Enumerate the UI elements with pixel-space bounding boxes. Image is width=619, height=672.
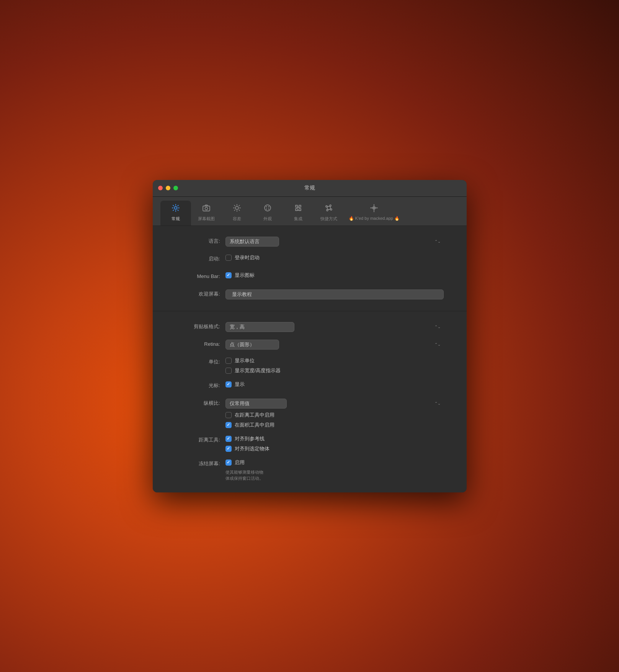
- svg-point-7: [266, 208, 267, 209]
- label-welcome: 欢迎屏幕:: [176, 289, 225, 298]
- label-cursor: 光标:: [176, 381, 225, 389]
- show-wh-indicator-checkbox[interactable]: [225, 368, 232, 374]
- tab-integration-label: 集成: [294, 216, 302, 222]
- svg-point-6: [268, 206, 269, 207]
- label-distance-tool: 距离工具:: [176, 435, 225, 443]
- menubar-label: 显示图标: [235, 272, 255, 279]
- content-area: 语言: 系统默认语言 English 中文 ⌃⌄ 启动:: [153, 226, 467, 492]
- distance-align-selected-checkbox[interactable]: [225, 446, 232, 452]
- maximize-button[interactable]: [173, 186, 178, 190]
- aspect-ratio-area-label: 在面积工具中启用: [235, 422, 274, 428]
- main-window: 常规 常规 屏幕截图: [153, 180, 467, 492]
- control-distance-tool: 对齐到参考线 对齐到选定物体: [225, 435, 444, 452]
- label-aspect-ratio: 纵横比:: [176, 399, 225, 407]
- startup-checkbox-wrapper: 登录时启动: [225, 254, 444, 261]
- label-freeze-screen: 冻结屏幕:: [176, 459, 225, 467]
- row-freeze-screen: 冻结屏幕: 启用 使其能够测量移动物 体或保持窗口活动。: [176, 459, 444, 482]
- row-startup: 启动: 登录时启动: [176, 254, 444, 265]
- minimize-button[interactable]: [166, 186, 170, 190]
- tab-about-label: 🔥 K'ed by macked.app 🔥: [349, 216, 400, 221]
- control-clipboard: 宽，高 高，宽 ⌃⌄: [225, 322, 444, 332]
- freeze-screen-hint: 使其能够测量移动物 体或保持窗口活动。: [225, 469, 302, 482]
- tab-tolerance[interactable]: 容差: [222, 201, 252, 226]
- tab-appearance-label: 外观: [263, 216, 272, 222]
- close-button[interactable]: [158, 186, 163, 190]
- tab-shortcuts-label: 快捷方式: [320, 216, 337, 222]
- cursor-show-label: 显示: [235, 381, 245, 388]
- tab-appearance[interactable]: 外观: [252, 201, 283, 226]
- control-menubar: 显示图标: [225, 272, 444, 279]
- command-icon: [325, 204, 333, 214]
- aspect-ratio-dropdown-wrapper: 仅常用值 所有值 ⌃⌄: [225, 399, 444, 409]
- menubar-checkbox-wrapper: 显示图标: [225, 272, 444, 279]
- retina-dropdown-arrow-icon: ⌃⌄: [434, 342, 441, 347]
- control-startup: 登录时启动: [225, 254, 444, 261]
- row-aspect-ratio: 纵横比: 仅常用值 所有值 ⌃⌄ 在距离工具中启用: [176, 399, 444, 428]
- control-language: 系统默认语言 English 中文 ⌃⌄: [225, 237, 444, 247]
- svg-rect-1: [203, 206, 210, 211]
- tab-general-label: 常规: [171, 216, 180, 222]
- distance-align-selected-label: 对齐到选定物体: [235, 445, 269, 452]
- tab-shortcuts[interactable]: 快捷方式: [314, 201, 344, 226]
- retina-select[interactable]: 点（圆形） 像素: [225, 340, 279, 350]
- show-units-checkbox[interactable]: [225, 358, 232, 364]
- clipboard-dropdown-wrapper: 宽，高 高，宽 ⌃⌄: [225, 322, 444, 332]
- section-advanced: 剪贴板格式: 宽，高 高，宽 ⌃⌄ Retina:: [153, 311, 467, 492]
- puzzle-icon: [294, 204, 302, 214]
- toolbar: 常规 屏幕截图 容差: [153, 197, 467, 226]
- tab-about[interactable]: 🔥 K'ed by macked.app 🔥: [344, 201, 404, 225]
- aspect-ratio-area-checkbox[interactable]: [225, 422, 232, 428]
- control-welcome: 显示教程: [225, 289, 444, 299]
- show-wh-indicator-label: 显示宽度/高度指示器: [235, 367, 281, 374]
- freeze-screen-checkbox[interactable]: [225, 459, 232, 466]
- title-bar: 常规: [153, 180, 467, 197]
- dropdown-arrow-icon: ⌃⌄: [434, 239, 441, 244]
- retina-dropdown-wrapper: 点（圆形） 像素 ⌃⌄: [225, 340, 444, 350]
- row-menubar: Menu Bar: 显示图标: [176, 272, 444, 283]
- clipboard-select[interactable]: 宽，高 高，宽: [225, 322, 294, 332]
- label-clipboard: 剪贴板格式:: [176, 322, 225, 330]
- aspect-ratio-select[interactable]: 仅常用值 所有值: [225, 399, 287, 409]
- cross-icon: [370, 204, 378, 214]
- aspect-ratio-distance-checkbox[interactable]: [225, 412, 232, 418]
- cursor-checkbox-wrapper: 显示: [225, 381, 444, 388]
- row-units: 单位: 显示单位 显示宽度/高度指示器: [176, 357, 444, 374]
- show-units-label: 显示单位: [235, 357, 255, 364]
- menubar-checkbox[interactable]: [225, 272, 232, 278]
- svg-point-4: [265, 205, 271, 211]
- row-language: 语言: 系统默认语言 English 中文 ⌃⌄: [176, 237, 444, 247]
- gear-icon: [171, 204, 180, 214]
- control-cursor: 显示: [225, 381, 444, 388]
- svg-point-2: [205, 207, 207, 210]
- cursor-show-checkbox[interactable]: [225, 381, 232, 388]
- section-basic: 语言: 系统默认语言 English 中文 ⌃⌄ 启动:: [153, 226, 467, 311]
- svg-point-3: [235, 206, 238, 209]
- tab-integration[interactable]: 集成: [283, 201, 314, 226]
- svg-point-8: [268, 208, 269, 209]
- row-clipboard: 剪贴板格式: 宽，高 高，宽 ⌃⌄: [176, 322, 444, 333]
- control-freeze-screen: 启用 使其能够测量移动物 体或保持窗口活动。: [225, 459, 444, 482]
- traffic-lights: [158, 186, 178, 190]
- row-welcome: 欢迎屏幕: 显示教程: [176, 289, 444, 300]
- distance-align-guide-checkbox[interactable]: [225, 436, 232, 442]
- startup-checkbox[interactable]: [225, 255, 232, 261]
- tab-general[interactable]: 常规: [160, 201, 191, 226]
- label-menubar: Menu Bar:: [176, 272, 225, 280]
- window-title: 常规: [304, 185, 315, 191]
- language-dropdown-wrapper: 系统默认语言 English 中文 ⌃⌄: [225, 237, 444, 247]
- control-units: 显示单位 显示宽度/高度指示器: [225, 357, 444, 374]
- row-retina: Retina: 点（圆形） 像素 ⌃⌄: [176, 340, 444, 350]
- startup-label: 登录时启动: [235, 254, 260, 261]
- tab-screenshot[interactable]: 屏幕截图: [191, 201, 222, 226]
- aspect-ratio-distance-label: 在距离工具中启用: [235, 412, 274, 419]
- tab-tolerance-label: 容差: [233, 216, 241, 222]
- show-tutorial-button[interactable]: 显示教程: [225, 289, 444, 299]
- distance-align-selected-wrapper: 对齐到选定物体: [225, 445, 444, 452]
- sun-icon: [233, 204, 241, 214]
- language-select[interactable]: 系统默认语言 English 中文: [225, 237, 279, 247]
- svg-point-0: [174, 206, 177, 209]
- distance-align-guide-label: 对齐到参考线: [235, 435, 265, 442]
- units-checkbox1-wrapper: 显示单位: [225, 357, 444, 364]
- label-units: 单位:: [176, 357, 225, 365]
- distance-align-guide-wrapper: 对齐到参考线: [225, 435, 444, 442]
